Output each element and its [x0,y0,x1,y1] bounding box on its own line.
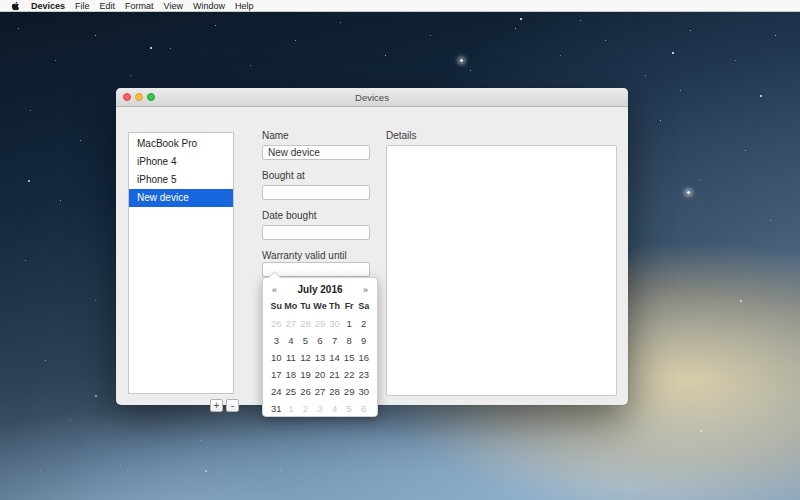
calendar-day-header: Su [269,299,284,314]
bought-at-label: Bought at [262,170,370,181]
menu-item-file[interactable]: File [70,0,95,12]
menu-item-devices[interactable]: Devices [26,0,70,12]
zoom-button[interactable] [147,93,155,101]
calendar-day[interactable]: 26 [298,383,313,400]
calendar-day[interactable]: 27 [313,383,328,400]
calendar-day[interactable]: 18 [284,366,299,383]
menu-item-window[interactable]: Window [188,0,230,12]
calendar-day[interactable]: 29 [342,383,357,400]
desktop: { "menu_bar": { "items": [ {"label": "De… [0,0,800,500]
device-list-item[interactable]: MacBook Pro [129,135,233,153]
calendar-day[interactable]: 4 [284,332,299,349]
remove-device-button[interactable]: - [226,399,239,412]
calendar-day[interactable]: 8 [342,332,357,349]
device-list[interactable]: MacBook ProiPhone 4iPhone 5New device [128,132,234,394]
details-textarea[interactable] [386,145,617,396]
calendar-day[interactable]: 1 [284,400,299,417]
details-label: Details [386,130,417,141]
calendar-header: « July 2016 » [263,278,377,298]
calendar-prev-button[interactable]: « [270,284,279,296]
calendar-day[interactable]: 14 [327,349,342,366]
calendar-day[interactable]: 28 [298,315,313,332]
minimize-button[interactable] [135,93,143,101]
apple-icon [11,1,20,11]
bright-star [459,58,464,63]
devices-window: Devices MacBook ProiPhone 4iPhone 5New d… [116,88,628,405]
warranty-label: Warranty valid until [262,250,370,261]
window-controls [123,88,155,106]
calendar-day[interactable]: 19 [298,366,313,383]
calendar-day[interactable]: 31 [269,400,284,417]
calendar-day[interactable]: 22 [342,366,357,383]
calendar-title: July 2016 [279,284,361,295]
calendar-popup: « July 2016 » SuMoTuWeThFrSa 26272829301… [262,277,378,417]
date-bought-label: Date bought [262,210,370,221]
calendar-day[interactable]: 2 [356,315,371,332]
calendar-day[interactable]: 30 [356,383,371,400]
window-content: MacBook ProiPhone 4iPhone 5New device + … [116,107,628,404]
calendar-day-header: Tu [298,299,313,314]
close-button[interactable] [123,93,131,101]
menu-bar: DevicesFileEditFormatViewWindowHelp [0,0,800,12]
calendar-day[interactable]: 4 [327,400,342,417]
device-list-item[interactable]: iPhone 4 [129,153,233,171]
calendar-day[interactable]: 16 [356,349,371,366]
calendar-day[interactable]: 20 [313,366,328,383]
calendar-day-header: Fr [342,299,357,314]
calendar-day[interactable]: 6 [313,332,328,349]
calendar-day[interactable]: 1 [342,315,357,332]
calendar-day[interactable]: 30 [327,315,342,332]
calendar-day-header: We [313,299,328,314]
date-bought-input[interactable] [262,225,370,240]
bought-at-input[interactable] [262,185,370,200]
calendar-day-headers: SuMoTuWeThFrSa [263,298,377,315]
calendar-day[interactable]: 13 [313,349,328,366]
calendar-day[interactable]: 7 [327,332,342,349]
calendar-day[interactable]: 6 [356,400,371,417]
menu-item-view[interactable]: View [159,0,188,12]
calendar-day-header: Sa [356,299,371,314]
calendar-day[interactable]: 5 [298,332,313,349]
calendar-day[interactable]: 11 [284,349,299,366]
calendar-grid: 2627282930123456789101112131415161718192… [263,315,377,421]
calendar-day[interactable]: 23 [356,366,371,383]
menu-items: DevicesFileEditFormatViewWindowHelp [26,0,258,12]
calendar-day[interactable]: 28 [327,383,342,400]
calendar-day[interactable]: 12 [298,349,313,366]
calendar-next-button[interactable]: » [361,284,370,296]
calendar-day[interactable]: 15 [342,349,357,366]
menu-item-help[interactable]: Help [230,0,259,12]
name-label: Name [262,130,370,141]
calendar-day-header: Mo [284,299,299,314]
calendar-day[interactable]: 9 [356,332,371,349]
window-title: Devices [355,92,389,103]
calendar-day[interactable]: 5 [342,400,357,417]
calendar-day[interactable]: 3 [313,400,328,417]
device-list-item[interactable]: New device [129,189,233,207]
menu-item-format[interactable]: Format [120,0,159,12]
calendar-day[interactable]: 10 [269,349,284,366]
calendar-day[interactable]: 27 [284,315,299,332]
add-device-button[interactable]: + [210,399,223,412]
window-titlebar[interactable]: Devices [116,88,628,107]
calendar-day[interactable]: 17 [269,366,284,383]
calendar-day[interactable]: 29 [313,315,328,332]
calendar-day[interactable]: 21 [327,366,342,383]
calendar-day-header: Th [327,299,342,314]
device-list-item[interactable]: iPhone 5 [129,171,233,189]
calendar-day[interactable]: 26 [269,315,284,332]
apple-menu[interactable] [5,0,26,11]
calendar-day[interactable]: 24 [269,383,284,400]
name-input[interactable] [262,145,370,160]
bright-star [686,190,691,195]
calendar-day[interactable]: 2 [298,400,313,417]
calendar-day[interactable]: 25 [284,383,299,400]
calendar-day[interactable]: 3 [269,332,284,349]
menu-item-edit[interactable]: Edit [95,0,121,12]
